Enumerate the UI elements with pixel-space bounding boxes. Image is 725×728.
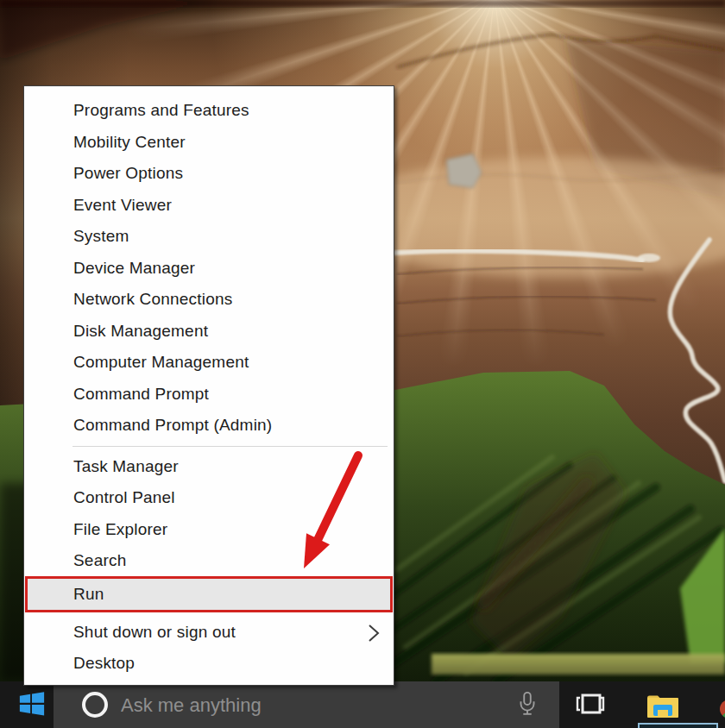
menu-item-search[interactable]: Search <box>24 545 394 577</box>
menu-item-file-explorer[interactable]: File Explorer <box>24 514 394 546</box>
desktop-screen: Programs and Features Mobility Center Po… <box>0 0 725 728</box>
search-input[interactable] <box>119 681 451 728</box>
taskbar-search-box[interactable] <box>54 681 559 728</box>
browser-button[interactable] <box>716 681 725 728</box>
menu-item-device-manager[interactable]: Device Manager <box>24 253 394 285</box>
menu-item-power-options[interactable]: Power Options <box>24 158 394 190</box>
menu-item-control-panel[interactable]: Control Panel <box>24 482 394 514</box>
task-view-button[interactable] <box>570 681 611 728</box>
file-explorer-button[interactable] <box>640 681 685 728</box>
menu-item-run[interactable]: Run <box>28 579 390 610</box>
menu-item-shutdown[interactable]: Shut down or sign out <box>24 617 394 649</box>
run-highlight-box: Run <box>25 576 393 612</box>
taskbar <box>0 681 725 728</box>
winx-context-menu: Programs and Features Mobility Center Po… <box>23 85 394 686</box>
menu-item-computer-management[interactable]: Computer Management <box>24 347 394 379</box>
microphone-icon[interactable] <box>517 691 538 719</box>
cortana-icon[interactable] <box>82 692 108 718</box>
menu-item-command-prompt-admin[interactable]: Command Prompt (Admin) <box>24 410 394 442</box>
start-button[interactable] <box>0 681 52 728</box>
menu-item-programs-and-features[interactable]: Programs and Features <box>24 95 394 127</box>
submenu-chevron-icon <box>368 624 380 643</box>
menu-item-system[interactable]: System <box>24 221 394 253</box>
task-view-icon <box>573 689 608 720</box>
menu-item-task-manager[interactable]: Task Manager <box>24 451 394 483</box>
menu-item-desktop[interactable]: Desktop <box>24 648 394 680</box>
windows-logo-icon <box>18 690 46 718</box>
menu-item-disk-management[interactable]: Disk Management <box>24 316 394 348</box>
menu-separator <box>72 446 388 447</box>
menu-item-event-viewer[interactable]: Event Viewer <box>24 190 394 222</box>
browser-circle-icon <box>720 700 725 719</box>
menu-item-command-prompt[interactable]: Command Prompt <box>24 379 394 411</box>
menu-item-network-connections[interactable]: Network Connections <box>24 284 394 316</box>
taskbar-peek-indicator <box>638 723 718 728</box>
menu-item-mobility-center[interactable]: Mobility Center <box>24 127 394 159</box>
file-explorer-icon <box>645 690 681 721</box>
menu-item-label: Shut down or sign out <box>73 623 236 641</box>
